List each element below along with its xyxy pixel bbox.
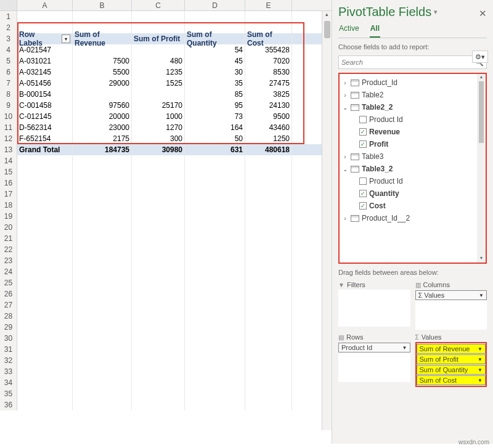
field-product-id[interactable]: Product Id [341,113,476,126]
row-header[interactable]: 27 [0,299,17,311]
cell[interactable] [17,200,73,211]
cell[interactable] [245,388,292,399]
cell[interactable]: 73 [185,111,245,122]
cell[interactable] [185,344,245,355]
cell[interactable] [132,22,185,33]
cell[interactable]: A-051456 [17,78,73,89]
cell[interactable] [17,177,73,189]
cell[interactable] [73,366,132,377]
cell[interactable] [17,388,73,399]
checkbox[interactable] [359,116,367,123]
row-header[interactable]: 32 [0,355,17,366]
cell[interactable] [245,288,292,299]
cell[interactable]: Sum of Revenue [73,33,132,44]
cell[interactable] [185,189,245,200]
row-header[interactable]: 35 [0,388,17,399]
expand-icon[interactable]: › [342,92,348,99]
cell[interactable] [245,177,292,189]
cell[interactable]: 95 [185,100,245,111]
cell[interactable] [132,288,185,299]
cell[interactable]: 45 [185,55,245,67]
cell[interactable] [73,222,132,233]
cell[interactable] [73,388,132,399]
tab-all[interactable]: All [370,23,380,38]
row-16[interactable]: 16 [0,177,332,189]
cell[interactable] [17,222,73,233]
field-product-id-2[interactable]: Product Id [341,175,476,187]
row-header[interactable]: 21 [0,233,17,244]
cell[interactable] [73,89,132,100]
cell[interactable] [132,266,185,277]
cell[interactable] [185,200,245,211]
cell[interactable]: 1235 [132,67,185,78]
row-header[interactable]: 10 [0,111,17,122]
cell[interactable] [17,377,73,388]
row-32[interactable]: 32 [0,355,332,366]
cell[interactable] [132,222,185,233]
cell[interactable] [17,366,73,377]
cell[interactable] [73,277,132,288]
cell[interactable]: 184735 [73,144,132,155]
col-header-C[interactable]: C [132,0,185,10]
row-24[interactable]: 24 [0,266,332,277]
row-27[interactable]: 27 [0,299,332,311]
row-23[interactable]: 23 [0,255,332,266]
search-box[interactable]: 🔍 [338,55,487,69]
field-quantity[interactable]: ✓Quantity [341,187,476,200]
cell[interactable] [245,11,292,22]
row-header[interactable]: 7 [0,78,17,89]
checkbox-checked[interactable]: ✓ [359,202,367,210]
gear-icon[interactable]: ⚙▾ [472,51,488,63]
cell[interactable]: C-012145 [17,111,73,122]
cell[interactable] [132,366,185,377]
expand-icon[interactable]: › [342,215,348,222]
cell[interactable] [73,166,132,177]
row-header[interactable]: 31 [0,344,17,355]
cell[interactable] [245,200,292,211]
cell[interactable] [17,344,73,355]
row-17[interactable]: 17 [0,189,332,200]
cell[interactable] [245,366,292,377]
row-11[interactable]: 11D-56231423000127016443460 [0,122,332,133]
row-30[interactable]: 30 [0,333,332,344]
cell[interactable] [17,244,73,255]
cell[interactable] [132,11,185,22]
cell[interactable] [17,288,73,299]
row-14[interactable]: 14 [0,155,332,166]
cell[interactable] [185,322,245,333]
cell[interactable] [245,166,292,177]
row-header[interactable]: 11 [0,122,17,133]
chevron-down-icon[interactable]: ▼ [478,367,483,373]
cell[interactable] [245,299,292,311]
cell[interactable] [73,244,132,255]
row-header[interactable]: 4 [0,44,17,55]
cell[interactable] [132,211,185,222]
cell[interactable] [17,211,73,222]
value-revenue-pill[interactable]: Sum of Revenue▼ [417,344,486,354]
cell[interactable] [73,255,132,266]
col-header-E[interactable]: E [245,0,292,10]
row-header[interactable]: 17 [0,189,17,200]
cell[interactable] [73,333,132,344]
cell[interactable] [73,355,132,366]
row-header[interactable]: 26 [0,288,17,299]
cell[interactable] [185,266,245,277]
chevron-down-icon[interactable]: ▾ [434,8,438,16]
cell[interactable] [132,200,185,211]
cell[interactable] [132,233,185,244]
cell[interactable]: 29000 [73,78,132,89]
col-values-pill[interactable]: Σ Values▼ [415,290,487,300]
row-header[interactable]: 2 [0,22,17,33]
cell[interactable] [17,322,73,333]
field-cost[interactable]: ✓Cost [341,200,476,212]
cell[interactable] [73,322,132,333]
cell[interactable] [185,177,245,189]
checkbox-checked[interactable]: ✓ [359,128,367,136]
cell[interactable] [245,211,292,222]
cell[interactable] [132,333,185,344]
row-header[interactable]: 18 [0,200,17,211]
cell[interactable] [185,377,245,388]
cell[interactable]: 30980 [132,144,185,155]
cell[interactable]: 7020 [245,55,292,67]
row-18[interactable]: 18 [0,200,332,211]
